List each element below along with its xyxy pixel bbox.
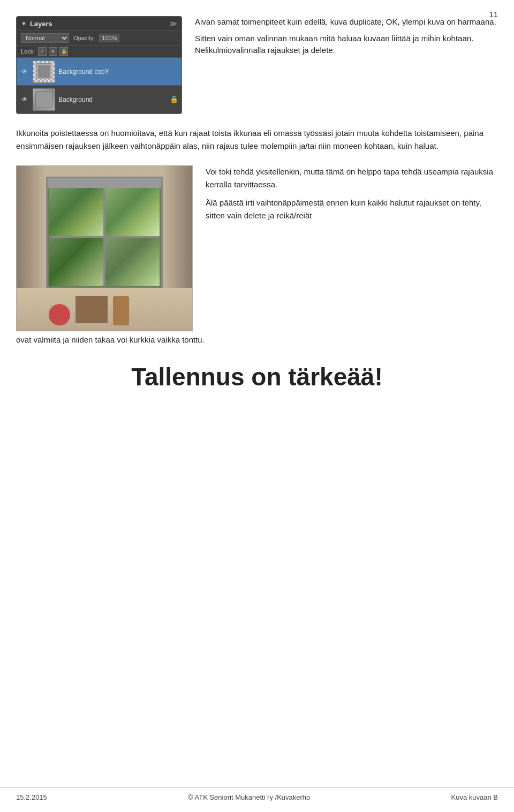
bottom-right-text-block: Voi toki tehdä yksitellenkin, mutta tämä… <box>206 165 498 331</box>
layer-lock-icon: 🔒 <box>170 95 178 103</box>
photo-window-panes <box>49 188 160 286</box>
lock-row: Lock: ✓ ✕ 🔒 <box>17 45 182 58</box>
layers-panel-header: ▼ Layers ≫ <box>17 17 182 31</box>
photo-window-top <box>48 178 161 188</box>
layers-panel-title: Layers <box>30 20 52 28</box>
photo-background <box>17 166 192 331</box>
layer-eye-icon[interactable]: 👁 <box>20 67 29 77</box>
top-right-para2: Sitten vain oman valinnan mukaan mitä ha… <box>195 33 498 57</box>
layer-thumbnail-background-copy <box>33 60 55 83</box>
layers-panel: ▼ Layers ≫ Normal Opacity: Lock: ✓ ✕ 🔒 👁 <box>16 16 182 114</box>
photo-pane-1 <box>49 188 103 236</box>
page-footer: 15.2.2015 © ATK Seniorit Mukanetti ry /K… <box>0 787 514 801</box>
layer-name-background-copy: Background copY <box>58 68 178 75</box>
opacity-label: Opacity: <box>73 35 95 41</box>
photo-decoration-2 <box>75 296 108 323</box>
footer-org: © ATK Seniorit Mukanetti ry /Kuvakerho <box>47 793 451 801</box>
layer-name-background: Background <box>58 96 167 103</box>
lock-label: Lock: <box>21 48 35 55</box>
photo-decoration-3 <box>113 296 129 325</box>
layers-blend-opacity-row: Normal Opacity: <box>17 31 182 45</box>
footer-date: 15.2.2015 <box>16 793 47 801</box>
big-title-section: Tallennus on tärkeää! <box>0 346 514 402</box>
layer-thumbnail-background <box>33 88 55 111</box>
middle-para1: Ikkunoita poistettaessa on huomioitava, … <box>16 127 498 153</box>
layer-eye-icon-2[interactable]: 👁 <box>20 95 29 104</box>
full-width-text-block: ovat valmiita ja niiden takaa voi kurkki… <box>0 333 514 346</box>
photo-window-frame <box>46 177 163 289</box>
footer-credit: Kuva kuvaan B <box>451 793 498 801</box>
top-right-description: Aivan samat toimenpiteet kuin edellä, ku… <box>195 16 498 114</box>
page-number: 11 <box>489 10 498 19</box>
photo-pane-2 <box>105 188 160 236</box>
layers-collapse-arrow[interactable]: ▼ <box>21 20 27 27</box>
blend-mode-select[interactable]: Normal <box>21 33 69 43</box>
layer-background-copy[interactable]: 👁 Background copY <box>17 58 182 86</box>
bottom-right-para2: Älä päästä irti vaihtonäppäimestä ennen … <box>206 196 498 222</box>
lock-pixel-icon[interactable]: ✓ <box>38 47 47 56</box>
photo-pane-4 <box>105 238 160 286</box>
bottom-right-para1: Voi toki tehdä yksitellenkin, mutta tämä… <box>206 165 498 191</box>
lock-all-icon[interactable]: 🔒 <box>59 47 68 56</box>
full-width-para1: ovat valmiita ja niiden takaa voi kurkki… <box>16 333 498 346</box>
layers-panel-menu-icon[interactable]: ≫ <box>169 19 177 28</box>
top-right-para1: Aivan samat toimenpiteet kuin edellä, ku… <box>195 16 498 28</box>
window-photo <box>16 165 193 331</box>
photo-decoration-1 <box>49 304 70 325</box>
lock-position-icon[interactable]: ✕ <box>49 47 57 56</box>
opacity-input[interactable] <box>99 34 119 42</box>
middle-text-block: Ikkunoita poistettaessa on huomioitava, … <box>0 114 514 153</box>
big-title-heading: Tallennus on tärkeää! <box>16 362 498 391</box>
photo-sill <box>17 288 192 331</box>
photo-pane-3 <box>49 238 103 286</box>
layer-background[interactable]: 👁 Background 🔒 <box>17 86 182 113</box>
